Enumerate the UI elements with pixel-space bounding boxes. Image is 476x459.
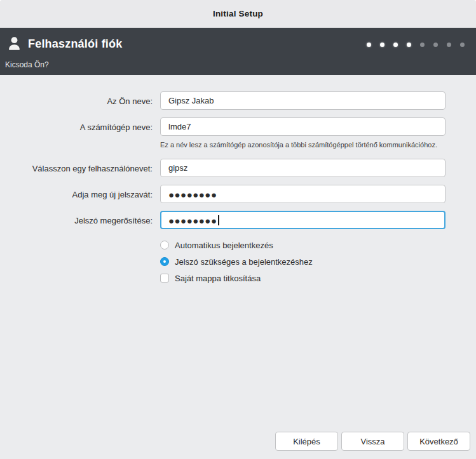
encrypt-home-label: Saját mappa titkosítása	[175, 274, 261, 283]
hostname-input[interactable]: lmde7	[160, 117, 445, 136]
hostname-label: A számítógép neve:	[0, 122, 153, 132]
automatic-login-radio[interactable]	[160, 241, 169, 249]
progress-dots	[367, 43, 465, 47]
password-value: ●●●●●●●●	[168, 189, 217, 199]
form-row: Adja meg új jelszavát: ●●●●●●●●	[0, 185, 476, 203]
progress-dot	[433, 43, 438, 47]
require-password-label: Jelszó szükséges a bejelentkezéshez	[175, 257, 313, 267]
require-password-radio[interactable]	[160, 257, 169, 266]
page-title: Felhasználói fiók	[28, 37, 122, 51]
progress-dot	[393, 43, 398, 47]
password-input[interactable]: ●●●●●●●●	[160, 185, 445, 203]
username-input[interactable]: gipsz	[160, 159, 445, 177]
progress-dot	[447, 43, 451, 47]
progress-dot	[367, 43, 371, 47]
hostname-value: lmde7	[168, 122, 191, 131]
encrypt-home-checkbox[interactable]	[160, 274, 169, 283]
footer-buttons: Kilépés Vissza Következő	[275, 432, 470, 451]
form-row: A számítógép neve: lmde7	[0, 117, 476, 136]
account-form: Az Ön neve: Gipsz Jakab A számítógép nev…	[0, 91, 476, 288]
helper-row: Ez a név lesz a számítógép azonosítója a…	[160, 138, 476, 150]
form-row: Jelszó megerősítése: ●●●●●●●●	[0, 211, 476, 229]
window-title: Initial Setup	[213, 9, 263, 18]
progress-dot	[380, 43, 384, 47]
login-options: Automatikus bejelentkezés Jelszó szükség…	[160, 239, 476, 284]
form-row: Az Ön neve: Gipsz Jakab	[0, 91, 476, 110]
form-row: Válasszon egy felhasználónevet: gipsz	[0, 159, 476, 177]
text-caret	[218, 215, 219, 225]
fullname-value: Gipsz Jakab	[168, 96, 214, 105]
progress-dot	[407, 43, 411, 47]
fullname-label: Az Ön neve:	[0, 96, 153, 106]
progress-dot	[420, 43, 425, 47]
user-icon	[8, 37, 21, 51]
confirm-password-value: ●●●●●●●●	[168, 215, 217, 225]
next-button[interactable]: Következő	[407, 432, 470, 451]
option-encrypt-home[interactable]: Saját mappa titkosítása	[160, 272, 476, 284]
option-require-password[interactable]: Jelszó szükséges a bejelentkezéshez	[160, 255, 476, 268]
option-automatic-login[interactable]: Automatikus bejelentkezés	[160, 239, 476, 251]
page-subtitle: Kicsoda Ön?	[5, 60, 49, 69]
automatic-login-label: Automatikus bejelentkezés	[175, 241, 273, 250]
initial-setup-window: Initial Setup Felhasználói fiók Kicsoda …	[0, 0, 476, 459]
username-label: Válasszon egy felhasználónevet:	[0, 163, 153, 173]
page-header: Felhasználói fiók Kicsoda Ön?	[0, 28, 476, 75]
back-button[interactable]: Vissza	[341, 432, 404, 451]
confirm-password-input[interactable]: ●●●●●●●●	[160, 211, 445, 229]
username-value: gipsz	[168, 163, 187, 173]
confirm-password-label: Jelszó megerősítése:	[0, 215, 153, 225]
password-label: Adja meg új jelszavát:	[0, 189, 153, 199]
content-area: Az Ön neve: Gipsz Jakab A számítógép nev…	[0, 75, 476, 459]
fullname-input[interactable]: Gipsz Jakab	[160, 91, 445, 110]
hostname-helper-text: Ez a név lesz a számítógép azonosítója a…	[160, 141, 437, 149]
progress-dot	[460, 43, 465, 47]
titlebar: Initial Setup	[0, 0, 476, 28]
quit-button[interactable]: Kilépés	[275, 432, 338, 451]
